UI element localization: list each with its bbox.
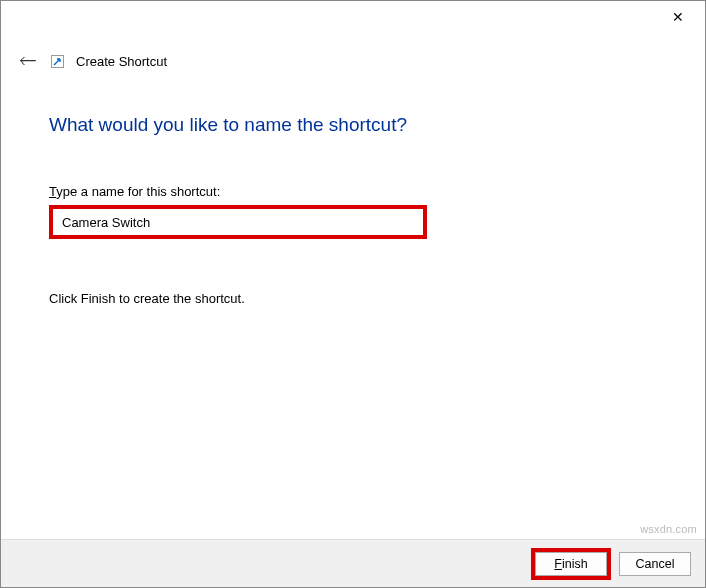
page-title: Create Shortcut [76, 54, 167, 69]
finish-label-rest: inish [562, 557, 588, 571]
name-field-label-text: ype a name for this shortcut: [56, 184, 220, 199]
finish-button-highlight: Finish [531, 548, 611, 580]
name-input-highlight [49, 205, 427, 239]
watermark-text: wsxdn.com [640, 523, 697, 535]
back-button[interactable]: 🡐 [17, 51, 39, 72]
content-area: What would you like to name the shortcut… [1, 72, 705, 306]
close-button[interactable]: ✕ [663, 4, 693, 30]
shortcut-arrow-icon [51, 55, 64, 68]
finish-accelerator: F [554, 557, 562, 571]
cancel-button[interactable]: Cancel [619, 552, 691, 576]
header-row: 🡐 Create Shortcut [1, 33, 705, 72]
name-field-label: Type a name for this shortcut: [49, 184, 657, 199]
wizard-heading: What would you like to name the shortcut… [49, 114, 657, 136]
footer-bar: Finish Cancel [1, 539, 705, 587]
finish-button[interactable]: Finish [535, 552, 607, 576]
title-bar: ✕ [1, 1, 705, 33]
finish-instruction: Click Finish to create the shortcut. [49, 291, 657, 306]
close-icon: ✕ [672, 9, 684, 25]
shortcut-name-input[interactable] [54, 210, 422, 234]
